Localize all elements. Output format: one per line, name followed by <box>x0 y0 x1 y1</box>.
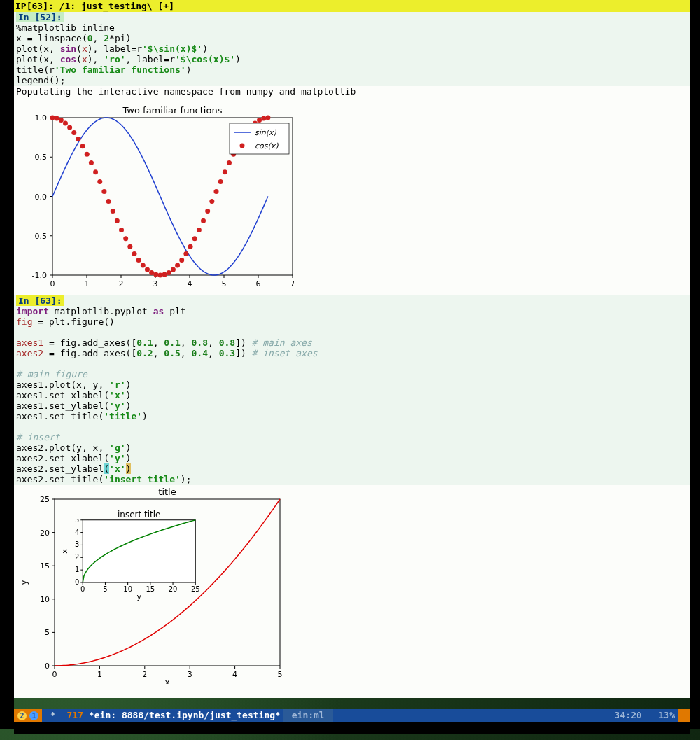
tok: = <box>49 348 60 358</box>
tok: 0.8 <box>192 337 208 348</box>
tok: , <box>208 348 219 358</box>
svg-text:25: 25 <box>191 585 200 593</box>
tok: axes1 <box>16 390 43 400</box>
tok: . <box>43 411 49 421</box>
tok: = <box>49 337 60 348</box>
tok: axes2 <box>16 474 43 484</box>
modeline-indicators: 21 <box>14 709 42 722</box>
svg-point-65 <box>209 199 214 204</box>
tok: * <box>109 33 115 43</box>
svg-text:2: 2 <box>75 553 79 561</box>
tok: 'y' <box>109 453 125 463</box>
tok: plt <box>49 316 65 327</box>
tok: linspace <box>38 33 82 43</box>
tok: # insert <box>16 432 60 442</box>
minibuffer[interactable] <box>14 722 690 734</box>
tok: set_xlabel <box>49 453 104 463</box>
tok: , <box>82 379 93 390</box>
svg-point-53 <box>158 273 162 278</box>
svg-text:-0.5: -0.5 <box>32 232 47 241</box>
tok: = <box>38 316 49 327</box>
svg-text:7: 7 <box>290 279 295 288</box>
svg-text:5: 5 <box>45 628 50 637</box>
tok: set_title <box>49 474 98 484</box>
tok: , <box>49 43 60 54</box>
svg-text:y: y <box>136 592 141 601</box>
tok: , <box>98 442 109 453</box>
svg-point-45 <box>123 236 128 241</box>
notebook-buffer[interactable]: In [52]: %matplotlib inline x = linspace… <box>14 12 690 698</box>
tok: 'y' <box>109 400 125 411</box>
workspace-badge: 1 <box>29 711 38 720</box>
svg-text:2: 2 <box>142 670 147 679</box>
svg-point-31 <box>63 120 68 125</box>
tok: 0.5 <box>164 348 180 358</box>
tok: axes1 <box>16 337 49 348</box>
tok: , <box>153 337 164 348</box>
tok: # main axes <box>252 337 312 348</box>
tok: fig <box>16 316 38 327</box>
tok: axes2 <box>16 453 43 463</box>
cell-52-code[interactable]: %matplotlib inline x = linspace(0, 2*pi)… <box>14 22 690 86</box>
tok: x <box>43 43 49 54</box>
svg-point-37 <box>89 160 94 165</box>
modeline-modified: * <box>42 709 64 722</box>
tok: set_ylabel <box>49 463 104 474</box>
tok: ( <box>76 54 82 64</box>
svg-point-66 <box>214 189 218 194</box>
svg-point-49 <box>141 263 146 268</box>
svg-text:1: 1 <box>75 566 79 573</box>
svg-point-69 <box>227 160 232 165</box>
tok: , <box>181 348 192 358</box>
svg-text:6: 6 <box>256 279 261 288</box>
svg-text:4: 4 <box>188 279 192 288</box>
code-magic: %matplotlib inline <box>16 22 115 33</box>
tok: r <box>49 64 55 75</box>
cell-52: In [52]: %matplotlib inline x = linspace… <box>14 12 690 295</box>
tok: . <box>43 400 49 411</box>
tok: 'x' <box>109 390 125 400</box>
tok: x <box>16 33 27 43</box>
tok: , <box>181 337 192 348</box>
tok: 0.3 <box>219 348 235 358</box>
tok: fig <box>60 348 76 358</box>
svg-point-28 <box>50 116 55 120</box>
svg-text:10: 10 <box>40 595 50 604</box>
tok: 'Two familiar functions' <box>55 64 186 75</box>
modeline-buffer-name[interactable]: *ein: 8888/test.ipynb/just_testing* <box>86 709 284 722</box>
tok: , <box>98 379 109 390</box>
svg-text:3: 3 <box>153 279 158 288</box>
tab-bar[interactable]: IP[63]: /1: just_testing\ [+] <box>14 0 690 12</box>
svg-point-43 <box>115 218 120 223</box>
tok: . <box>43 463 49 474</box>
tok: as <box>153 306 164 316</box>
tok: ) <box>241 337 252 348</box>
svg-text:3: 3 <box>188 670 192 679</box>
svg-point-51 <box>149 270 154 275</box>
svg-text:1.0: 1.0 <box>35 113 48 123</box>
tok: sin <box>60 43 76 54</box>
svg-point-35 <box>80 144 85 148</box>
svg-text:x: x <box>60 549 69 554</box>
tok: ( <box>49 75 55 85</box>
emacs-window: IP[63]: /1: just_testing\ [+] In [52]: %… <box>14 0 690 728</box>
modeline[interactable]: 21 * 717 *ein: 8888/test.ipynb/just_test… <box>14 709 690 722</box>
svg-text:0: 0 <box>80 585 85 593</box>
svg-text:3: 3 <box>75 540 79 548</box>
tok: label <box>136 54 164 64</box>
tok: . <box>43 474 49 484</box>
tok: . <box>43 390 49 400</box>
tok: ) <box>126 453 132 463</box>
svg-text:x: x <box>164 678 169 684</box>
tok: set_ylabel <box>49 400 104 411</box>
svg-text:0: 0 <box>52 670 57 679</box>
tok: ( <box>104 400 109 411</box>
cell-63-code[interactable]: import matplotlib.pyplot as plt fig = pl… <box>14 306 690 485</box>
svg-text:15: 15 <box>40 561 50 571</box>
cell-63: In [63]: import matplotlib.pyplot as plt… <box>14 295 690 690</box>
tok: axes1 <box>16 400 43 411</box>
tok: ; <box>60 75 66 85</box>
modeline-major-mode[interactable]: ein:ml <box>284 709 333 722</box>
tok: ( <box>104 463 109 474</box>
svg-point-32 <box>67 125 72 130</box>
